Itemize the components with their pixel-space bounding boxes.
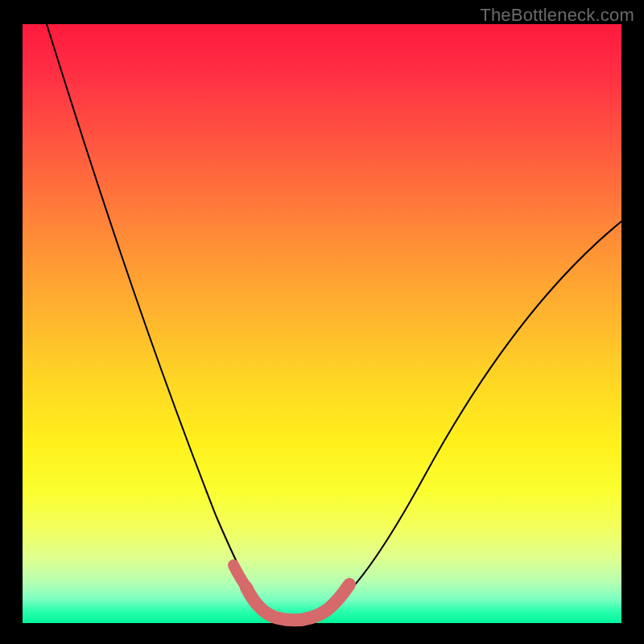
watermark-text: TheBottleneck.com <box>480 5 634 26</box>
bottom-highlight <box>246 584 349 620</box>
chart-frame: TheBottleneck.com <box>0 0 644 644</box>
curve-layer <box>23 24 621 623</box>
bottleneck-curve <box>47 24 621 620</box>
bottom-highlight-upper <box>233 565 248 589</box>
plot-area <box>23 24 621 623</box>
